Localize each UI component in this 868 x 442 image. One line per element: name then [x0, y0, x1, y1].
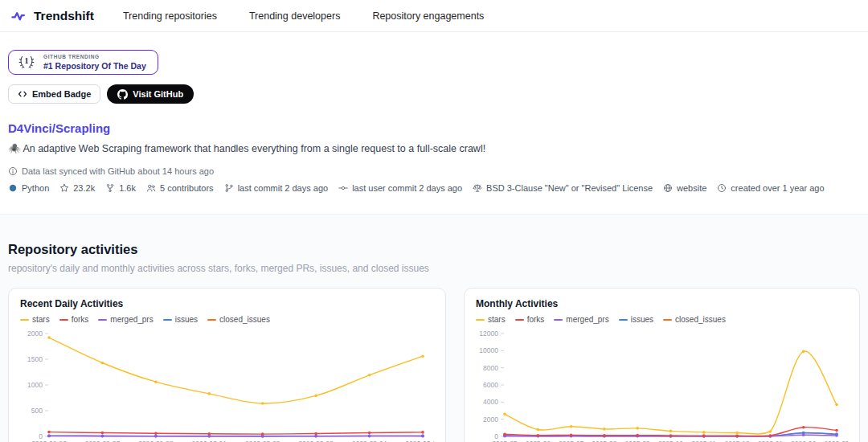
clock-icon — [717, 183, 727, 193]
stat-star: 23.2k — [59, 183, 95, 193]
monthly-activities-chart: 0200040006000800010000120002025-052025-0… — [476, 329, 848, 442]
legend-label: issues — [631, 315, 653, 324]
nav-repository-engagements[interactable]: Repository engagements — [372, 10, 484, 22]
repo-actions: Embed Badge Visit GitHub — [8, 84, 860, 104]
legend-mark-icon — [98, 319, 107, 321]
brand[interactable]: Trendshift — [11, 9, 94, 23]
badge-kicker: GITHUB TRENDING — [43, 54, 146, 59]
daily-chart-title: Recent Daily Activities — [20, 298, 434, 309]
stat-fork: 1.6k — [105, 183, 136, 193]
legend-label: stars — [32, 315, 50, 324]
license-icon — [473, 183, 482, 193]
stat-label: 23.2k — [73, 183, 95, 193]
globe-icon — [663, 183, 673, 193]
stat-branch: last commit 2 days ago — [224, 183, 329, 193]
svg-text:1500: 1500 — [27, 355, 43, 363]
top-nav: Trendshift Trending repositoriesTrending… — [0, 0, 868, 32]
legend-label: merged_prs — [110, 315, 153, 324]
legend-label: closed_issues — [675, 315, 726, 324]
legend-mark-icon — [20, 319, 29, 321]
badge-title: #1 Repository Of The Day — [43, 61, 146, 71]
monthly-activities-card: Monthly Activities starsforksmerged_prsi… — [464, 288, 860, 442]
repo-hero: 1 GITHUB TRENDING #1 Repository Of The D… — [0, 32, 868, 215]
stat-label: BSD 3-Clause "New" or "Revised" License — [486, 183, 653, 193]
legend-issues[interactable]: issues — [619, 315, 653, 324]
daily-activities-chart: 05001000150020002026-02-262026-02-272026… — [20, 329, 434, 442]
legend-mark-icon — [619, 319, 628, 321]
legend-label: closed_issues — [219, 315, 270, 324]
legend-forks[interactable]: forks — [59, 315, 89, 324]
legend-stars[interactable]: stars — [20, 315, 50, 324]
laurel-rank-icon: 1 — [17, 55, 36, 71]
legend-mark-icon — [163, 319, 172, 321]
svg-text:1: 1 — [25, 56, 29, 65]
sync-status: Data last synced with GitHub about 14 ho… — [8, 166, 860, 176]
chart-cards: Recent Daily Activities starsforksmerged… — [8, 288, 860, 442]
daily-activities-card: Recent Daily Activities starsforksmerged… — [8, 288, 446, 442]
svg-text:8000: 8000 — [483, 364, 498, 372]
stat-clock: created over 1 year ago — [717, 183, 824, 193]
legend-closed_issues[interactable]: closed_issues — [207, 315, 270, 324]
legend-label: merged_prs — [566, 315, 608, 324]
stat-contributors: 5 contributors — [146, 183, 214, 193]
legend-merged_prs[interactable]: merged_prs — [554, 315, 608, 324]
legend-mark-icon — [59, 319, 68, 321]
page-body: 1 GITHUB TRENDING #1 Repository Of The D… — [0, 32, 868, 442]
trending-badge[interactable]: 1 GITHUB TRENDING #1 Repository Of The D… — [8, 50, 158, 75]
visit-github-button[interactable]: Visit GitHub — [107, 84, 194, 104]
stat-label: 1.6k — [119, 183, 136, 193]
fork-icon — [105, 183, 115, 193]
stat-label: Python — [22, 183, 49, 193]
svg-text:4000: 4000 — [483, 398, 498, 406]
svg-text:12000: 12000 — [479, 329, 498, 338]
svg-text:2000: 2000 — [27, 329, 43, 338]
stat-label: website — [677, 183, 706, 193]
legend-issues[interactable]: issues — [163, 315, 198, 324]
visit-github-label: Visit GitHub — [133, 89, 183, 99]
section-title: Repository activities — [8, 242, 860, 257]
legend-mark-icon — [476, 319, 485, 321]
brand-name: Trendshift — [34, 9, 94, 23]
monthly-chart-legend: starsforksmerged_prsissuesclosed_issues — [476, 315, 848, 324]
repo-name-link[interactable]: D4Vinci/Scrapling — [8, 121, 110, 135]
contributors-icon — [146, 183, 156, 193]
svg-text:2000: 2000 — [483, 415, 498, 424]
svg-text:6000: 6000 — [483, 381, 498, 389]
stat-label: 5 contributors — [160, 183, 214, 193]
stat-python-dot: Python — [8, 183, 49, 193]
legend-label: forks — [527, 315, 545, 324]
stat-label: created over 1 year ago — [731, 183, 824, 193]
code-icon — [18, 89, 27, 99]
legend-mark-icon — [207, 319, 216, 321]
commit-icon — [338, 183, 348, 193]
stat-globe[interactable]: website — [663, 183, 706, 193]
repo-description: 🕷️ An adaptive Web Scraping framework th… — [8, 142, 860, 154]
python-dot-icon — [8, 183, 18, 193]
legend-mark-icon — [515, 319, 524, 321]
embed-badge-button[interactable]: Embed Badge — [8, 84, 100, 104]
stat-label: last user commit 2 days ago — [352, 183, 462, 193]
legend-stars[interactable]: stars — [476, 315, 506, 324]
branch-icon — [224, 183, 234, 193]
nav-trending-developers[interactable]: Trending developers — [249, 10, 341, 22]
daily-chart-legend: starsforksmerged_prsissuesclosed_issues — [20, 315, 434, 324]
embed-badge-label: Embed Badge — [32, 89, 91, 99]
repo-stats-row: Python23.2k1.6k5 contributorslast commit… — [8, 183, 860, 193]
star-icon — [59, 183, 69, 193]
nav-trending-repositories[interactable]: Trending repositories — [123, 10, 217, 22]
legend-merged_prs[interactable]: merged_prs — [98, 315, 153, 324]
repository-activities-section: Repository activities repository's daily… — [0, 215, 868, 442]
sync-status-text: Data last synced with GitHub about 14 ho… — [22, 166, 214, 176]
legend-mark-icon — [663, 319, 672, 321]
legend-label: issues — [175, 315, 198, 324]
section-subtitle: repository's daily and monthly activitie… — [8, 263, 860, 274]
stat-label: last commit 2 days ago — [238, 183, 329, 193]
legend-closed_issues[interactable]: closed_issues — [663, 315, 726, 324]
legend-label: stars — [488, 315, 506, 324]
legend-mark-icon — [554, 319, 563, 321]
legend-label: forks — [72, 315, 89, 324]
stat-commit: last user commit 2 days ago — [338, 183, 462, 193]
svg-text:500: 500 — [31, 407, 43, 415]
main-nav: Trending repositoriesTrending developers… — [123, 10, 484, 22]
legend-forks[interactable]: forks — [515, 315, 545, 324]
